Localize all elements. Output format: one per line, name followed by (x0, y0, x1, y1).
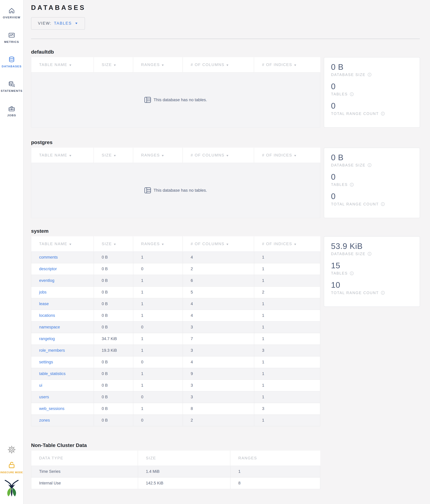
table-name-link[interactable]: users (39, 395, 49, 399)
sort-desc-icon: ▼ (113, 64, 117, 67)
column-header-label: # OF INDICES (262, 153, 292, 157)
sidebar-item-databases[interactable]: DATABASES (0, 55, 23, 80)
column-header-label: SIZE (146, 456, 156, 460)
cell-indices: 2 (254, 287, 320, 298)
metrics-icon (8, 31, 15, 39)
cell-columns: 3 (183, 391, 254, 403)
table-row: comments 0 B 1 4 1 (31, 252, 320, 263)
table-name-link[interactable]: web_sessions (39, 406, 64, 411)
sort-desc-icon: ▼ (69, 154, 72, 157)
info-icon[interactable] (367, 252, 371, 256)
sidebar-item-jobs[interactable]: JOBS (0, 105, 23, 129)
cell-ranges: 1 (133, 380, 183, 391)
column-header-ranges[interactable]: RANGES▼ (133, 148, 183, 163)
column-header-table-name[interactable]: TABLE NAME▼ (31, 148, 94, 163)
cell-size: 0 B (94, 357, 133, 368)
table-name-link[interactable]: comments (39, 255, 58, 260)
table-name-link[interactable]: role_members (39, 348, 65, 353)
cell-ranges: 0 (133, 322, 183, 333)
cell-indices: 1 (254, 415, 320, 426)
cell-indices: 1 (254, 298, 320, 310)
cell-size: 0 B (94, 391, 133, 403)
range-count-value: 0 (331, 101, 415, 110)
table-name-link[interactable]: rangelog (39, 336, 55, 341)
cell-indices: 3 (254, 403, 320, 415)
column-header-indices[interactable]: # OF INDICES▼ (254, 236, 320, 252)
cell-size: 0 B (94, 380, 133, 391)
table-icon (144, 187, 151, 193)
insecure-mode-indicator[interactable]: INSECURE MODE (0, 461, 23, 474)
info-icon[interactable] (367, 73, 371, 77)
column-header-label: # OF COLUMNS (191, 153, 224, 157)
info-icon[interactable] (350, 183, 354, 187)
column-header-size[interactable]: SIZE▼ (94, 57, 133, 72)
sort-desc-icon: ▼ (161, 154, 165, 157)
table-name-link[interactable]: namespace (39, 325, 60, 329)
empty-table-message: This database has no tables. (31, 163, 320, 218)
sidebar-item-statements[interactable]: STATEMENTS (0, 80, 23, 105)
cell-indices: 1 (254, 391, 320, 403)
table-name-link[interactable]: lease (39, 302, 49, 306)
column-header-size[interactable]: SIZE▼ (94, 148, 133, 163)
info-icon[interactable] (350, 271, 354, 275)
database-size-label: DATABASE SIZE (331, 163, 366, 167)
column-header-indices[interactable]: # OF INDICES▼ (254, 57, 320, 72)
table-name-link[interactable]: table_statistics (39, 371, 65, 376)
sort-desc-icon: ▼ (69, 64, 72, 67)
info-icon[interactable] (367, 163, 371, 167)
database-size-label: DATABASE SIZE (331, 252, 366, 256)
info-icon[interactable] (381, 291, 385, 295)
sidebar-item-metrics[interactable]: METRICS (0, 31, 23, 55)
column-header-label: SIZE (102, 153, 112, 157)
column-header-label: SIZE (102, 63, 112, 67)
cell-size: 0 B (94, 287, 133, 298)
sidebar: OVERVIEW METRICS DATABASES (0, 0, 24, 504)
table-name-link[interactable]: descriptor (39, 267, 57, 271)
view-dropdown-label: VIEW: (38, 21, 52, 26)
table-row: locations 0 B 1 4 1 (31, 310, 320, 322)
range-count-value: 0 (331, 192, 415, 201)
column-header-label: # OF COLUMNS (191, 242, 224, 246)
column-header-columns[interactable]: # OF COLUMNS▼ (183, 148, 254, 163)
cell-indices: 1 (254, 333, 320, 345)
info-icon[interactable] (381, 112, 385, 116)
column-header-size: SIZE (138, 450, 231, 466)
view-dropdown[interactable]: VIEW: TABLES ▼ (31, 17, 85, 30)
cell-ranges: 1 (133, 403, 183, 415)
sidebar-item-overview[interactable]: OVERVIEW (0, 7, 23, 31)
column-header-ranges[interactable]: RANGES▼ (133, 236, 183, 252)
table-name-link[interactable]: eventlog (39, 278, 54, 283)
cell-size: 0 B (94, 252, 133, 263)
column-header-columns[interactable]: # OF COLUMNS▼ (183, 57, 254, 72)
column-header-ranges[interactable]: RANGES▼ (133, 57, 183, 72)
cell-size: 0 B (94, 310, 133, 322)
column-header-size[interactable]: SIZE▼ (94, 236, 133, 252)
column-header-table-name[interactable]: TABLE NAME▼ (31, 236, 94, 252)
sort-desc-icon: ▼ (294, 64, 297, 67)
database-section-postgres: postgres TABLE NAME▼ SIZE▼ RANGES▼ # OF … (31, 139, 420, 218)
column-header-label: # OF INDICES (262, 63, 292, 67)
column-header-indices[interactable]: # OF INDICES▼ (254, 148, 320, 163)
info-icon[interactable] (350, 92, 354, 96)
table-row: ui 0 B 1 3 1 (31, 380, 320, 391)
settings-gear-icon[interactable] (8, 446, 16, 454)
cell-size: 0 B (94, 322, 133, 333)
main-content: DATABASES VIEW: TABLES ▼ defaultdb TABLE… (24, 0, 430, 504)
column-header-table-name[interactable]: TABLE NAME▼ (31, 57, 94, 72)
cell-columns: 6 (183, 275, 254, 287)
info-icon[interactable] (381, 202, 385, 206)
cell-columns: 4 (183, 310, 254, 322)
column-header-label: SIZE (102, 242, 112, 246)
table-name-link[interactable]: zones (39, 418, 50, 423)
table-name-link[interactable]: jobs (39, 290, 47, 294)
table-name-link[interactable]: locations (39, 313, 55, 318)
databases-icon (8, 55, 15, 64)
table-name-link[interactable]: settings (39, 360, 53, 364)
sidebar-nav: OVERVIEW METRICS DATABASES (0, 0, 23, 129)
tables-count-value: 0 (331, 82, 415, 91)
column-header-columns[interactable]: # OF COLUMNS▼ (183, 236, 254, 252)
column-header-label: DATA TYPE (39, 456, 63, 460)
database-size-value: 0 B (331, 63, 415, 71)
table-name-link[interactable]: ui (39, 383, 42, 387)
table-row: namespace 0 B 0 3 1 (31, 322, 320, 333)
